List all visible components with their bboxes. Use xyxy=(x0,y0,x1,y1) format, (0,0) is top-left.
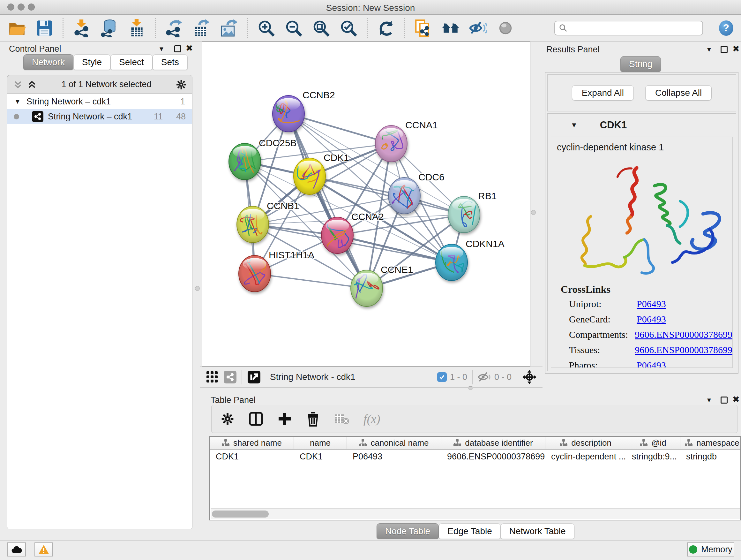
crosslink-link[interactable]: P06493 xyxy=(636,314,666,325)
hscrollbar-thumb[interactable] xyxy=(212,510,269,517)
export-table-icon[interactable] xyxy=(192,19,211,37)
table-panel-float-icon[interactable] xyxy=(721,396,728,403)
control-panel-menu-icon[interactable]: ▼ xyxy=(158,45,165,53)
crosslink-link[interactable]: 9606.ENSP00000378699 xyxy=(635,329,732,340)
zoom-out-icon[interactable] xyxy=(284,19,303,37)
network-row-selected[interactable]: String Network – cdk1 11 48 xyxy=(7,109,192,124)
add-column-icon[interactable] xyxy=(277,412,292,426)
grid-icon[interactable] xyxy=(206,371,219,383)
column-header-namespace[interactable]: namespace xyxy=(680,437,741,449)
tab-select[interactable]: Select xyxy=(111,54,152,70)
crosslink-link[interactable]: P06493 xyxy=(636,360,666,368)
search-input[interactable] xyxy=(568,23,698,33)
delete-column-icon[interactable] xyxy=(306,411,320,427)
tab-string[interactable]: String xyxy=(620,56,661,72)
zoom-selected-icon[interactable] xyxy=(339,19,358,37)
import-table-icon[interactable] xyxy=(127,19,146,37)
cloud-button[interactable] xyxy=(7,543,26,557)
table-hscrollbar[interactable] xyxy=(211,508,740,519)
tab-sets[interactable]: Sets xyxy=(152,54,188,70)
table-row[interactable]: CDK1CDK1P064939606.ENSP00000378699cyclin… xyxy=(210,449,740,463)
edge-HIST1H1A-CCNE1[interactable] xyxy=(255,273,367,288)
results-panel-menu-icon[interactable]: ▼ xyxy=(706,46,712,53)
table-cell[interactable]: P06493 xyxy=(347,449,441,463)
import-network-database-icon[interactable] xyxy=(100,19,118,37)
column-header-database-identifier[interactable]: database identifier xyxy=(441,437,545,449)
expand-all-tree-icon[interactable] xyxy=(12,79,23,90)
refresh-icon[interactable] xyxy=(377,19,395,37)
control-panel-float-icon[interactable] xyxy=(174,45,181,52)
node-CDC25B[interactable]: CDC25B xyxy=(229,138,296,180)
houses-icon[interactable] xyxy=(441,19,460,37)
export-network-icon[interactable] xyxy=(165,19,183,37)
collapse-all-tree-icon[interactable] xyxy=(26,79,37,90)
warnings-button[interactable] xyxy=(35,543,53,557)
expand-all-button[interactable]: Expand All xyxy=(572,85,634,101)
column-header-label: @id xyxy=(651,438,666,448)
tab-network[interactable]: Network xyxy=(23,54,73,70)
network-share-icon[interactable] xyxy=(224,371,237,383)
right-splitter-handle[interactable] xyxy=(531,210,536,215)
table-cell[interactable]: stringdb:9... xyxy=(626,449,680,463)
zoom-fit-icon[interactable] xyxy=(312,19,330,37)
column-header-shared-name[interactable]: shared name xyxy=(210,437,294,449)
node-CDKN1A[interactable]: CDKN1A xyxy=(435,239,504,281)
left-splitter-handle[interactable] xyxy=(195,286,200,291)
network-canvas[interactable]: CCNB2CCNA1CDC25BCDK1CDC6RB1CCNB1CCNA2CDK… xyxy=(202,42,530,367)
show-columns-icon[interactable] xyxy=(249,412,263,426)
clone-network-icon[interactable] xyxy=(414,19,432,37)
pan-crosshair-icon[interactable] xyxy=(522,370,537,384)
control-panel-close-icon[interactable]: ✖ xyxy=(186,43,193,53)
edge-CCNA2-CDKN1A[interactable] xyxy=(337,235,452,262)
node-CCNA1[interactable]: CCNA1 xyxy=(375,120,438,162)
bottom-splitter-handle[interactable] xyxy=(468,386,473,389)
column-header-description[interactable]: description xyxy=(545,437,626,449)
save-session-icon[interactable] xyxy=(35,19,54,37)
import-network-file-icon[interactable] xyxy=(72,19,91,37)
collapse-triangle-icon[interactable]: ▼ xyxy=(14,98,21,105)
node-CCNB2[interactable]: CCNB2 xyxy=(273,90,335,132)
node-HIST1H1A[interactable]: HIST1H1A xyxy=(239,250,314,292)
gear-icon[interactable] xyxy=(176,79,187,90)
table-panel-menu-icon[interactable]: ▼ xyxy=(706,396,712,404)
table-gear-icon[interactable] xyxy=(220,412,234,426)
crosslink-label: GeneCard: xyxy=(569,314,636,325)
table-cell[interactable]: CDK1 xyxy=(210,449,294,463)
results-panel-close-icon[interactable]: ✖ xyxy=(732,44,740,54)
gene-section-header[interactable]: ▼ CDK1 xyxy=(548,114,736,137)
table-tabs: Node TableEdge TableNetwork Table xyxy=(377,523,575,539)
tab-edge-table[interactable]: Edge Table xyxy=(439,523,501,539)
edge-CCNB2-CCNE1[interactable] xyxy=(288,114,367,288)
node-label-CCNA2: CCNA2 xyxy=(351,211,384,222)
node-CCNB1[interactable]: CCNB1 xyxy=(237,200,299,243)
tab-network-table[interactable]: Network Table xyxy=(501,523,575,539)
open-session-icon[interactable] xyxy=(8,19,26,37)
help-icon[interactable]: ? xyxy=(719,20,733,36)
table-cell[interactable]: stringdb xyxy=(680,449,741,463)
tab-node-table[interactable]: Node Table xyxy=(377,523,439,539)
column-header-canonical-name[interactable]: canonical name xyxy=(347,437,441,449)
table-cell[interactable]: CDK1 xyxy=(294,449,347,463)
results-panel-float-icon[interactable] xyxy=(721,46,728,53)
network-graph[interactable]: CCNB2CCNA1CDC25BCDK1CDC6RB1CCNB1CCNA2CDK… xyxy=(202,42,530,367)
column-header-name[interactable]: name xyxy=(294,437,347,449)
node-RB1[interactable]: RB1 xyxy=(448,191,496,233)
network-collection-row[interactable]: ▼ String Network – cdk1 1 xyxy=(7,94,192,109)
crosslink-link[interactable]: P06493 xyxy=(636,299,666,309)
export-image-icon[interactable] xyxy=(219,19,238,37)
crosslink-link[interactable]: 9606.ENSP00000378699 xyxy=(635,345,732,355)
hide-glyph-icon[interactable] xyxy=(469,19,487,37)
table-cell[interactable]: cyclin-dependent ... xyxy=(545,449,626,463)
column-header-id[interactable]: @id xyxy=(626,437,680,449)
table-panel-close-icon[interactable]: ✖ xyxy=(732,394,740,404)
show-glyph-icon[interactable] xyxy=(496,19,515,37)
collapse-triangle-icon[interactable]: ▼ xyxy=(570,121,578,129)
external-window-icon[interactable] xyxy=(247,370,261,384)
selected-checkbox-icon[interactable] xyxy=(437,372,447,382)
memory-button[interactable]: Memory xyxy=(687,543,734,557)
collapse-all-button[interactable]: Collapse All xyxy=(645,85,712,101)
tab-style[interactable]: Style xyxy=(73,54,111,70)
node-CCNE1[interactable]: CCNE1 xyxy=(351,264,413,307)
table-cell[interactable]: 9606.ENSP00000378699 xyxy=(441,449,545,463)
zoom-in-icon[interactable] xyxy=(257,19,275,37)
